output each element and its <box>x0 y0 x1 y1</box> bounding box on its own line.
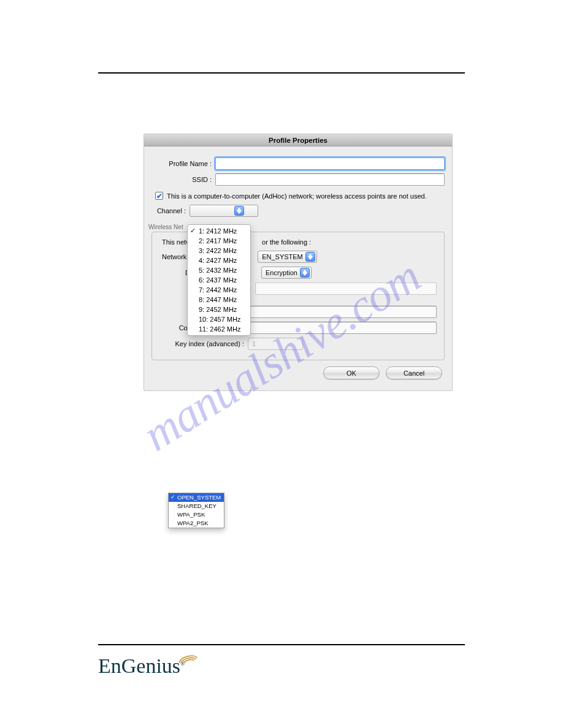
select-stepper-icon <box>300 268 310 278</box>
key-index-value: 1 <box>252 340 256 347</box>
channel-label: Channel : <box>151 207 190 214</box>
check-icon: ✔ <box>156 192 163 200</box>
channel-option[interactable]: 2: 2417 MHz <box>188 236 250 246</box>
bottom-horizontal-rule <box>98 644 465 645</box>
select-stepper-icon <box>234 206 244 216</box>
key-index-label: Key index (advanced) : <box>159 340 248 347</box>
ssid-row: SSID : <box>151 173 445 186</box>
profile-properties-dialog: Profile Properties Profile Name : SSID :… <box>144 134 453 391</box>
readonly-field <box>255 282 437 295</box>
dialog-title: Profile Properties <box>269 137 327 144</box>
channel-option[interactable]: 1: 2412 MHz <box>188 226 250 236</box>
channel-option[interactable]: 9: 2452 MHz <box>188 305 250 314</box>
wifi-arc-icon <box>179 652 197 663</box>
channel-option[interactable]: 11: 2462 MHz <box>188 324 250 334</box>
auth-option[interactable]: WPA2_PSK <box>169 519 224 528</box>
ok-button[interactable]: OK <box>323 366 380 379</box>
cancel-button-label: Cancel <box>404 370 424 377</box>
fieldset-legend: Wireless Net <box>146 224 186 230</box>
network-auth-dropdown-menu[interactable]: OPEN_SYSTEM SHARED_KEY WPA_PSK WPA2_PSK <box>168 493 224 528</box>
select-stepper-icon <box>305 252 315 262</box>
ssid-input[interactable] <box>215 173 445 186</box>
profile-name-label: Profile Name : <box>151 160 215 167</box>
key-index-row: Key index (advanced) : 1 <box>159 338 437 350</box>
ok-button-label: OK <box>347 370 356 377</box>
network-auth-value: EN_SYSTEM <box>262 253 303 260</box>
key-index-select: 1 <box>248 338 303 350</box>
channel-option[interactable]: 4: 2427 MHz <box>188 256 250 265</box>
ssid-label: SSID : <box>151 176 215 183</box>
this-network-text-right: or the following : <box>262 238 311 246</box>
engenius-logo: EnGenius® <box>98 654 185 678</box>
profile-name-row: Profile Name : <box>151 157 445 170</box>
adhoc-label: This is a computer-to-computer (AdHoc) n… <box>167 192 427 200</box>
channel-option[interactable]: 6: 2437 MHz <box>188 275 250 285</box>
channel-option[interactable]: 3: 2422 MHz <box>188 246 250 256</box>
auth-option[interactable]: SHARED_KEY <box>169 502 224 510</box>
profile-name-input[interactable] <box>215 157 445 170</box>
channel-dropdown-menu[interactable]: 1: 2412 MHz 2: 2417 MHz 3: 2422 MHz 4: 2… <box>187 224 251 336</box>
channel-option[interactable]: 8: 2447 MHz <box>188 295 250 305</box>
data-encryption-select[interactable]: Encryption <box>261 267 312 279</box>
dialog-body: Profile Name : SSID : ✔ This is a comput… <box>144 146 452 390</box>
auth-option[interactable]: WPA_PSK <box>169 510 224 519</box>
auth-option[interactable]: OPEN_SYSTEM <box>169 493 224 502</box>
cancel-button[interactable]: Cancel <box>386 366 442 379</box>
data-encryption-label: D <box>159 269 190 276</box>
adhoc-checkbox[interactable]: ✔ <box>155 192 163 200</box>
svg-marker-5 <box>302 273 307 276</box>
data-encryption-value: Encryption <box>266 269 297 276</box>
dialog-titlebar: Profile Properties <box>144 134 452 146</box>
channel-option[interactable]: 10: 2457 MHz <box>188 314 250 324</box>
channel-select[interactable]: 1: 2412 MHz <box>190 205 258 217</box>
network-key-input[interactable] <box>248 306 437 318</box>
channel-row: Channel : 1: 2412 MHz <box>151 205 445 217</box>
channel-option[interactable]: 5: 2432 MHz <box>188 265 250 275</box>
channel-option[interactable]: 7: 2442 MHz <box>188 285 250 295</box>
confirm-key-input[interactable] <box>248 322 437 334</box>
dialog-buttons-row: OK Cancel <box>151 360 445 383</box>
top-horizontal-rule <box>98 72 465 74</box>
this-network-text-left: This netw <box>159 238 191 246</box>
svg-marker-3 <box>308 257 313 260</box>
brand-name: EnGenius <box>98 654 180 677</box>
svg-marker-1 <box>237 211 242 214</box>
adhoc-row: ✔ This is a computer-to-computer (AdHoc)… <box>155 192 445 200</box>
network-auth-select[interactable]: EN_SYSTEM <box>258 251 317 263</box>
